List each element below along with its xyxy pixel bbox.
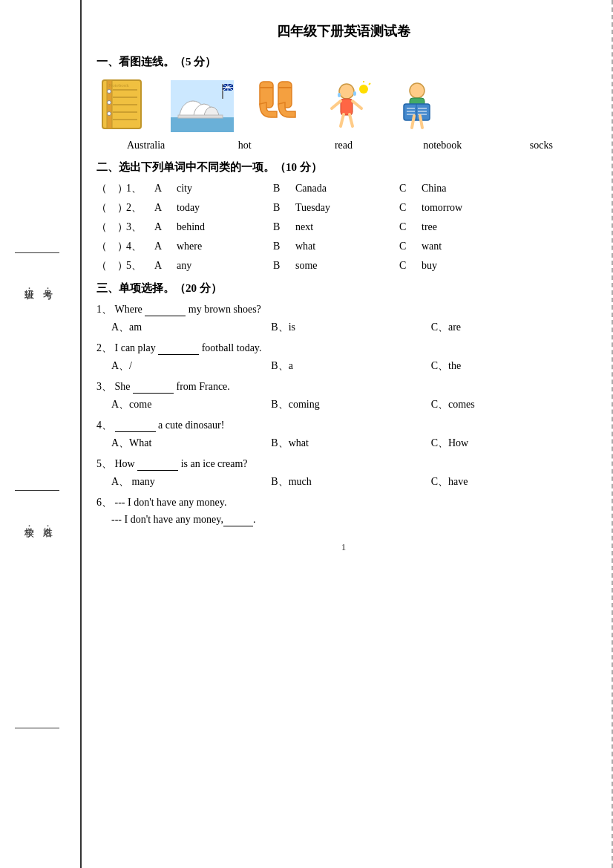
svg-point-7 [108,90,111,94]
q6-blank [223,514,253,526]
question-2: 2、 I can play football today. A、/ B、a C、… [96,342,591,373]
svg-line-30 [332,101,341,108]
q1-opt-a: A、am [111,321,271,334]
main-content: 四年级下册英语测试卷 一、看图连线。（5 分） Notebook [82,0,613,868]
svg-point-34 [359,85,368,94]
margin-line-3 [15,728,59,728]
q2-label: I can play football today. [115,342,262,353]
choice-2a: today [177,202,266,214]
choice-5b: some [295,260,392,272]
choice-3a: behind [177,221,266,233]
svg-rect-17 [178,115,223,118]
bracket-2: （ ） [96,201,119,215]
svg-point-40 [410,83,424,98]
num-1: 1、 [126,182,147,195]
svg-point-9 [108,112,111,116]
q3-opt-c: C、comes [431,398,591,411]
label-kaohao: 考号： [41,282,54,292]
choice-1a: city [177,183,266,195]
q3-options: A、come B、coming C、comes [111,398,591,411]
q1-text: 1、 Where my brown shoes? [96,303,591,316]
q2-opt-b: B、a [271,359,430,373]
q2-opt-a: A、/ [111,359,271,373]
choice-2b: Tuesday [295,202,392,214]
q5-opt-b: B、much [271,475,430,489]
page-number: 1 [96,541,591,553]
word-australia: Australia [96,140,195,151]
svg-point-8 [108,101,111,105]
svg-rect-29 [341,99,353,115]
q2-num: 2、 [96,342,112,353]
choice-row-4: （ ） 4、 A where B what C want [96,240,591,253]
svg-text:Notebook: Notebook [108,82,129,88]
q4-blank [115,420,156,432]
australia-icon [171,80,234,132]
hot-icon [323,80,371,132]
q5-blank [137,458,178,471]
section1-title: 一、看图连线。（5 分） [96,55,591,69]
choice-4a: where [177,241,266,252]
q6-num-text: 6、 --- I don't have any money. [96,496,591,509]
q4-options: A、What B、what C、How [111,437,591,450]
choice-5c: buy [422,260,511,272]
q6-text2-line: --- I don't have any money, . [111,514,591,526]
word-hot: hot [195,140,294,151]
bracket-1: （ ） [96,182,119,195]
q6-text1: --- I don't have any money. [115,497,227,508]
q3-text: 3、 She from France. [96,380,591,394]
q4-label: a cute dinosaur! [115,420,225,431]
choice-row-5: （ ） 5、 A any B some C buy [96,259,591,273]
q5-label: How is an ice cream? [115,458,248,469]
q3-blank [133,381,174,394]
left-margin: 班级： 考号： 学校： 姓名： [0,0,82,868]
q1-opt-c: C、are [431,321,591,334]
label-xingming: 姓名： [41,520,54,529]
label-xuexiao: 学校： [22,520,36,529]
choice-row-1: （ ） 1、 A city B Canada C China [96,182,591,195]
q3-opt-b: B、coming [271,398,430,411]
svg-line-36 [369,83,370,85]
word-notebook: notebook [393,140,492,151]
image-row: Notebook [96,76,591,132]
label-banjie: 班级： [22,282,36,292]
question-4: 4、 a cute dinosaur! A、What B、what C、How [96,419,591,450]
img-hot [323,80,371,132]
q3-num: 3、 [96,381,112,392]
q1-opt-b: B、is [271,321,430,334]
q5-text: 5、 How is an ice cream? [96,457,591,471]
question-5: 5、 How is an ice cream? A、 many B、much C… [96,457,591,489]
num-4: 4、 [126,240,147,253]
choice-row-3: （ ） 3、 A behind B next C tree [96,221,591,234]
q6-text2-prefix: --- I don't have any money, [111,514,223,525]
q2-blank [158,342,199,355]
q5-options: A、 many B、much C、have [111,475,591,489]
q4-num: 4、 [96,420,112,431]
choice-1c: China [422,183,511,195]
svg-line-31 [353,101,361,108]
margin-line-1 [15,252,59,253]
q3-opt-a: A、come [111,398,271,411]
q5-opt-c: C、have [431,475,591,489]
choice-4b: what [295,241,392,252]
bracket-3: （ ） [96,221,119,234]
question-1: 1、 Where my brown shoes? A、am B、is C、are [96,303,591,334]
q5-num: 5、 [96,458,112,469]
choice-3c: tree [422,221,511,233]
word-row: Australia hot read notebook socks [96,140,591,151]
q6-num: 6、 [96,497,112,508]
q4-opt-b: B、what [271,437,430,450]
question-3: 3、 She from France. A、come B、coming C、co… [96,380,591,411]
exam-page: 班级： 考号： 学校： 姓名： 四年级下册英语测试卷 一、看图连线。（5 分） [0,0,613,868]
bracket-4: （ ） [96,240,119,253]
choice-4c: want [422,241,511,252]
q1-options: A、am B、is C、are [111,321,591,334]
svg-line-32 [341,114,344,126]
notebook-icon: Notebook [96,76,148,132]
svg-line-33 [350,114,353,126]
num-5: 5、 [126,259,147,273]
q1-blank [145,304,186,316]
svg-rect-12 [171,117,234,132]
q3-label: She from France. [115,381,230,392]
img-read [393,80,442,132]
margin-line-2 [15,490,59,491]
